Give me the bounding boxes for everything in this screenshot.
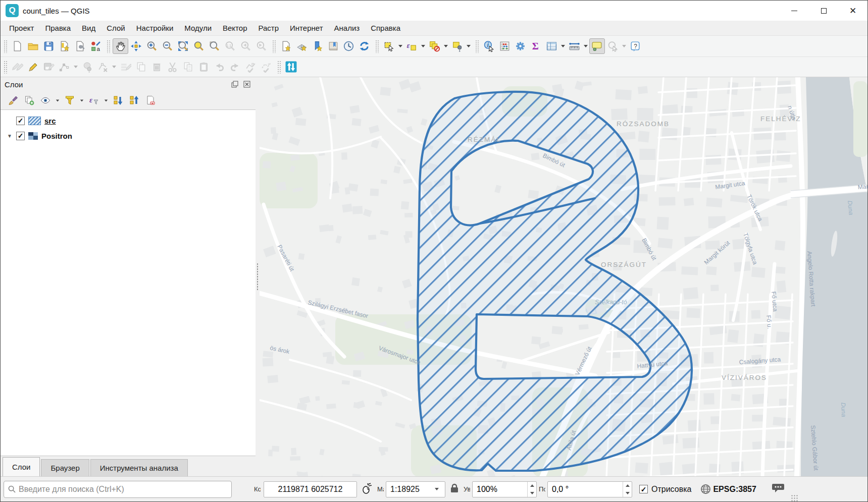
manage-visibility-dropdown-icon[interactable] — [54, 93, 61, 108]
filter-expression-dropdown-icon[interactable] — [103, 93, 110, 108]
toolbar-handle[interactable] — [277, 61, 281, 74]
magnifier-spinbox[interactable]: 100% — [472, 481, 537, 497]
select-features-dropdown-icon[interactable] — [397, 38, 404, 54]
menu-5[interactable]: Настройки — [131, 21, 179, 35]
toolbar-handle[interactable] — [375, 40, 379, 53]
select-by-form-button[interactable] — [449, 38, 465, 54]
select-by-expression-dropdown-icon[interactable] — [420, 38, 427, 54]
project-new-button[interactable] — [10, 38, 25, 54]
dock-splitter[interactable] — [256, 77, 260, 476]
sum-statistics-button[interactable]: Σ — [528, 38, 544, 54]
toolbar-handle[interactable] — [272, 40, 276, 53]
pan-hand-button[interactable] — [113, 38, 128, 54]
minimize-button[interactable] — [780, 1, 809, 21]
menu-10[interactable]: Анализ — [329, 21, 366, 35]
filter-legend-dropdown-icon[interactable] — [78, 93, 85, 108]
coordinate-input[interactable]: 2119871 6025712 — [264, 481, 357, 497]
new-3d-map-view-button[interactable] — [294, 38, 310, 54]
identify-features-button[interactable]: i — [481, 38, 497, 54]
deselect-features-button[interactable] — [427, 38, 442, 54]
zoom-full-button[interactable] — [175, 38, 191, 54]
lock-scale-icon[interactable] — [449, 483, 459, 496]
select-by-expression-button[interactable]: ε — [404, 38, 420, 54]
menu-1[interactable]: Проект — [4, 21, 39, 35]
map-canvas[interactable]: RÉZMÁLRÓZSADOMBFELHÉVÍZORSZÁGÚTVÍZIVÁROS… — [260, 77, 867, 476]
zoom-out-button[interactable] — [160, 38, 175, 54]
map-tips-button[interactable] — [589, 38, 605, 54]
menu-2[interactable]: Правка — [39, 21, 76, 35]
toolbar-handle[interactable] — [4, 40, 8, 53]
new-bookmark-button[interactable] — [310, 38, 325, 54]
layer-item-src[interactable]: ✓src — [1, 113, 256, 128]
toolbar-handle[interactable] — [475, 40, 479, 53]
menu-6[interactable]: Модули — [179, 21, 217, 35]
pan-to-selection-button[interactable] — [128, 38, 144, 54]
menu-3[interactable]: Вид — [76, 21, 101, 35]
dock-tab-браузер[interactable]: Браузер — [41, 459, 89, 476]
layer-item-positron[interactable]: ▼✓Positron — [1, 128, 256, 143]
menu-11[interactable]: Справка — [365, 21, 406, 35]
refresh-button[interactable] — [356, 38, 372, 54]
toolbar-handle[interactable] — [4, 61, 8, 74]
layer-checkbox[interactable]: ✓ — [16, 132, 25, 140]
menu-8[interactable]: Растр — [252, 21, 284, 35]
render-checkbox[interactable]: ✓ Отрисовка — [639, 485, 691, 494]
layer-checkbox[interactable]: ✓ — [16, 117, 25, 125]
deselect-features-dropdown-icon[interactable] — [442, 38, 449, 54]
toolbar-handle[interactable] — [107, 40, 111, 53]
measure-button[interactable] — [567, 38, 582, 54]
select-by-form-dropdown-icon[interactable] — [465, 38, 472, 54]
zoom-to-selection-button[interactable] — [191, 38, 207, 54]
add-group-button[interactable] — [22, 93, 37, 108]
dock-close-icon[interactable] — [242, 80, 251, 88]
zoom-to-layer-button[interactable] — [207, 38, 222, 54]
measure-dropdown-icon[interactable] — [582, 38, 589, 54]
show-bookmarks-button[interactable] — [325, 38, 341, 54]
crs-status[interactable]: EPSG:3857 — [700, 484, 756, 494]
temporal-controller-button[interactable] — [341, 38, 356, 54]
magnifier-down-icon[interactable] — [528, 489, 536, 497]
collapse-all-button[interactable] — [127, 93, 142, 108]
processing-toolbox-button[interactable] — [513, 38, 528, 54]
rotation-down-icon[interactable] — [623, 489, 632, 497]
menu-9[interactable]: Интернет — [284, 21, 328, 35]
maximize-button[interactable] — [809, 1, 838, 21]
open-styling-button[interactable] — [6, 93, 21, 108]
rotation-spinbox[interactable]: 0,0 ° — [547, 481, 632, 497]
layout-manager-button[interactable] — [72, 38, 88, 54]
folder-open-button[interactable] — [25, 38, 41, 54]
dock-tab-инструменты-анализа[interactable]: Инструменты анализа — [90, 459, 188, 476]
resize-grip[interactable] — [791, 494, 798, 501]
help-button[interactable]: ? — [628, 38, 643, 54]
render-checkbox-box[interactable]: ✓ — [639, 485, 648, 493]
locator-search-input[interactable]: Введите для поиска (Ctrl+K) — [4, 481, 232, 498]
plugin-reorder-button[interactable] — [283, 59, 299, 75]
menu-7[interactable]: Вектор — [217, 21, 252, 35]
manage-visibility-button[interactable] — [38, 93, 53, 108]
filter-legend-button[interactable] — [62, 93, 77, 108]
attribute-table-dropdown-icon[interactable] — [559, 38, 567, 54]
new-map-view-button[interactable] — [278, 38, 294, 54]
statistical-summary-button[interactable] — [497, 38, 513, 54]
rotation-up-icon[interactable] — [623, 482, 632, 489]
filter-expression-button[interactable]: ε — [86, 93, 101, 108]
scale-combobox[interactable]: 1:18925 — [386, 481, 445, 497]
extents-mouse-icon[interactable] — [361, 482, 373, 496]
zoom-in-button[interactable] — [144, 38, 160, 54]
save-button[interactable] — [41, 38, 57, 54]
magnifier-up-icon[interactable] — [528, 482, 536, 489]
select-features-button[interactable] — [381, 38, 397, 54]
attribute-table-button[interactable] — [544, 38, 559, 54]
remove-layer-button[interactable] — [143, 93, 158, 108]
dock-tab-слои[interactable]: Слои — [3, 457, 40, 476]
menu-4[interactable]: Слой — [101, 21, 130, 35]
close-button[interactable]: ✕ — [838, 1, 867, 21]
layout-new-button[interactable] — [57, 38, 72, 54]
scale-dropdown-icon[interactable] — [433, 488, 441, 490]
expander-icon[interactable]: ▼ — [7, 133, 13, 139]
toggle-editing-button[interactable] — [25, 59, 41, 75]
style-manager-button[interactable]: a — [88, 38, 104, 54]
dock-float-icon[interactable] — [230, 80, 239, 88]
expand-all-button[interactable] — [111, 93, 126, 108]
messages-icon[interactable] — [772, 482, 785, 496]
